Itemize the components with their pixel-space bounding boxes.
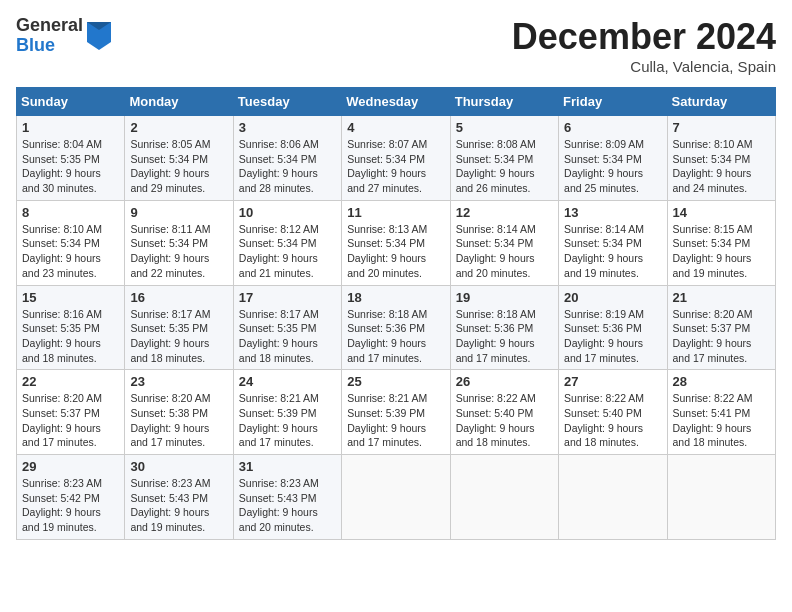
- calendar-week-row: 29 Sunrise: 8:23 AMSunset: 5:42 PMDaylig…: [17, 455, 776, 540]
- day-number: 9: [130, 205, 227, 220]
- logo-icon: [87, 22, 111, 50]
- day-info: Sunrise: 8:13 AMSunset: 5:34 PMDaylight:…: [347, 223, 427, 279]
- calendar-day-cell: 30 Sunrise: 8:23 AMSunset: 5:43 PMDaylig…: [125, 455, 233, 540]
- calendar-day-cell: 23 Sunrise: 8:20 AMSunset: 5:38 PMDaylig…: [125, 370, 233, 455]
- calendar-day-cell: 31 Sunrise: 8:23 AMSunset: 5:43 PMDaylig…: [233, 455, 341, 540]
- calendar-day-cell: 29 Sunrise: 8:23 AMSunset: 5:42 PMDaylig…: [17, 455, 125, 540]
- calendar-day-cell: 3 Sunrise: 8:06 AMSunset: 5:34 PMDayligh…: [233, 116, 341, 201]
- day-number: 6: [564, 120, 661, 135]
- day-number: 26: [456, 374, 553, 389]
- day-info: Sunrise: 8:14 AMSunset: 5:34 PMDaylight:…: [456, 223, 536, 279]
- weekday-header-monday: Monday: [125, 88, 233, 116]
- day-number: 23: [130, 374, 227, 389]
- day-info: Sunrise: 8:21 AMSunset: 5:39 PMDaylight:…: [239, 392, 319, 448]
- calendar-day-cell: 7 Sunrise: 8:10 AMSunset: 5:34 PMDayligh…: [667, 116, 775, 201]
- calendar-day-cell: 16 Sunrise: 8:17 AMSunset: 5:35 PMDaylig…: [125, 285, 233, 370]
- day-number: 3: [239, 120, 336, 135]
- day-number: 5: [456, 120, 553, 135]
- day-number: 24: [239, 374, 336, 389]
- day-info: Sunrise: 8:04 AMSunset: 5:35 PMDaylight:…: [22, 138, 102, 194]
- calendar-week-row: 8 Sunrise: 8:10 AMSunset: 5:34 PMDayligh…: [17, 200, 776, 285]
- day-number: 27: [564, 374, 661, 389]
- day-number: 11: [347, 205, 444, 220]
- day-number: 1: [22, 120, 119, 135]
- day-info: Sunrise: 8:18 AMSunset: 5:36 PMDaylight:…: [456, 308, 536, 364]
- calendar-day-cell: 5 Sunrise: 8:08 AMSunset: 5:34 PMDayligh…: [450, 116, 558, 201]
- calendar-day-cell: 9 Sunrise: 8:11 AMSunset: 5:34 PMDayligh…: [125, 200, 233, 285]
- calendar-day-cell: 24 Sunrise: 8:21 AMSunset: 5:39 PMDaylig…: [233, 370, 341, 455]
- day-info: Sunrise: 8:11 AMSunset: 5:34 PMDaylight:…: [130, 223, 210, 279]
- day-number: 15: [22, 290, 119, 305]
- calendar-week-row: 15 Sunrise: 8:16 AMSunset: 5:35 PMDaylig…: [17, 285, 776, 370]
- day-info: Sunrise: 8:23 AMSunset: 5:43 PMDaylight:…: [130, 477, 210, 533]
- calendar-day-cell: [667, 455, 775, 540]
- day-info: Sunrise: 8:22 AMSunset: 5:40 PMDaylight:…: [456, 392, 536, 448]
- page-header: General Blue December 2024 Culla, Valenc…: [16, 16, 776, 75]
- weekday-header-friday: Friday: [559, 88, 667, 116]
- day-number: 4: [347, 120, 444, 135]
- logo-general-text: General: [16, 16, 83, 36]
- day-info: Sunrise: 8:20 AMSunset: 5:37 PMDaylight:…: [673, 308, 753, 364]
- day-info: Sunrise: 8:22 AMSunset: 5:40 PMDaylight:…: [564, 392, 644, 448]
- day-number: 18: [347, 290, 444, 305]
- day-info: Sunrise: 8:09 AMSunset: 5:34 PMDaylight:…: [564, 138, 644, 194]
- calendar-day-cell: 10 Sunrise: 8:12 AMSunset: 5:34 PMDaylig…: [233, 200, 341, 285]
- day-number: 25: [347, 374, 444, 389]
- day-number: 16: [130, 290, 227, 305]
- day-info: Sunrise: 8:12 AMSunset: 5:34 PMDaylight:…: [239, 223, 319, 279]
- day-info: Sunrise: 8:19 AMSunset: 5:36 PMDaylight:…: [564, 308, 644, 364]
- day-info: Sunrise: 8:07 AMSunset: 5:34 PMDaylight:…: [347, 138, 427, 194]
- day-number: 20: [564, 290, 661, 305]
- calendar-week-row: 1 Sunrise: 8:04 AMSunset: 5:35 PMDayligh…: [17, 116, 776, 201]
- day-info: Sunrise: 8:05 AMSunset: 5:34 PMDaylight:…: [130, 138, 210, 194]
- calendar-day-cell: 20 Sunrise: 8:19 AMSunset: 5:36 PMDaylig…: [559, 285, 667, 370]
- day-info: Sunrise: 8:23 AMSunset: 5:42 PMDaylight:…: [22, 477, 102, 533]
- day-info: Sunrise: 8:10 AMSunset: 5:34 PMDaylight:…: [22, 223, 102, 279]
- calendar-day-cell: 15 Sunrise: 8:16 AMSunset: 5:35 PMDaylig…: [17, 285, 125, 370]
- weekday-header-row: SundayMondayTuesdayWednesdayThursdayFrid…: [17, 88, 776, 116]
- calendar-day-cell: [450, 455, 558, 540]
- day-number: 10: [239, 205, 336, 220]
- day-info: Sunrise: 8:14 AMSunset: 5:34 PMDaylight:…: [564, 223, 644, 279]
- weekday-header-thursday: Thursday: [450, 88, 558, 116]
- day-number: 7: [673, 120, 770, 135]
- title-block: December 2024 Culla, Valencia, Spain: [512, 16, 776, 75]
- day-number: 21: [673, 290, 770, 305]
- month-title: December 2024: [512, 16, 776, 58]
- day-number: 30: [130, 459, 227, 474]
- day-info: Sunrise: 8:10 AMSunset: 5:34 PMDaylight:…: [673, 138, 753, 194]
- calendar-day-cell: [342, 455, 450, 540]
- calendar-day-cell: 12 Sunrise: 8:14 AMSunset: 5:34 PMDaylig…: [450, 200, 558, 285]
- day-info: Sunrise: 8:21 AMSunset: 5:39 PMDaylight:…: [347, 392, 427, 448]
- calendar-day-cell: 4 Sunrise: 8:07 AMSunset: 5:34 PMDayligh…: [342, 116, 450, 201]
- day-number: 12: [456, 205, 553, 220]
- calendar-day-cell: 17 Sunrise: 8:17 AMSunset: 5:35 PMDaylig…: [233, 285, 341, 370]
- day-number: 28: [673, 374, 770, 389]
- calendar-day-cell: 8 Sunrise: 8:10 AMSunset: 5:34 PMDayligh…: [17, 200, 125, 285]
- calendar-day-cell: 14 Sunrise: 8:15 AMSunset: 5:34 PMDaylig…: [667, 200, 775, 285]
- day-info: Sunrise: 8:17 AMSunset: 5:35 PMDaylight:…: [239, 308, 319, 364]
- day-info: Sunrise: 8:16 AMSunset: 5:35 PMDaylight:…: [22, 308, 102, 364]
- logo-blue-text: Blue: [16, 36, 83, 56]
- day-number: 2: [130, 120, 227, 135]
- calendar-day-cell: 25 Sunrise: 8:21 AMSunset: 5:39 PMDaylig…: [342, 370, 450, 455]
- calendar-day-cell: 22 Sunrise: 8:20 AMSunset: 5:37 PMDaylig…: [17, 370, 125, 455]
- day-info: Sunrise: 8:20 AMSunset: 5:37 PMDaylight:…: [22, 392, 102, 448]
- day-number: 13: [564, 205, 661, 220]
- day-info: Sunrise: 8:08 AMSunset: 5:34 PMDaylight:…: [456, 138, 536, 194]
- calendar-day-cell: 19 Sunrise: 8:18 AMSunset: 5:36 PMDaylig…: [450, 285, 558, 370]
- calendar-day-cell: 28 Sunrise: 8:22 AMSunset: 5:41 PMDaylig…: [667, 370, 775, 455]
- day-number: 14: [673, 205, 770, 220]
- logo: General Blue: [16, 16, 111, 56]
- day-number: 17: [239, 290, 336, 305]
- day-info: Sunrise: 8:15 AMSunset: 5:34 PMDaylight:…: [673, 223, 753, 279]
- calendar-table: SundayMondayTuesdayWednesdayThursdayFrid…: [16, 87, 776, 540]
- weekday-header-wednesday: Wednesday: [342, 88, 450, 116]
- calendar-day-cell: 26 Sunrise: 8:22 AMSunset: 5:40 PMDaylig…: [450, 370, 558, 455]
- day-number: 22: [22, 374, 119, 389]
- calendar-day-cell: 11 Sunrise: 8:13 AMSunset: 5:34 PMDaylig…: [342, 200, 450, 285]
- day-number: 19: [456, 290, 553, 305]
- day-info: Sunrise: 8:20 AMSunset: 5:38 PMDaylight:…: [130, 392, 210, 448]
- day-info: Sunrise: 8:23 AMSunset: 5:43 PMDaylight:…: [239, 477, 319, 533]
- calendar-day-cell: 1 Sunrise: 8:04 AMSunset: 5:35 PMDayligh…: [17, 116, 125, 201]
